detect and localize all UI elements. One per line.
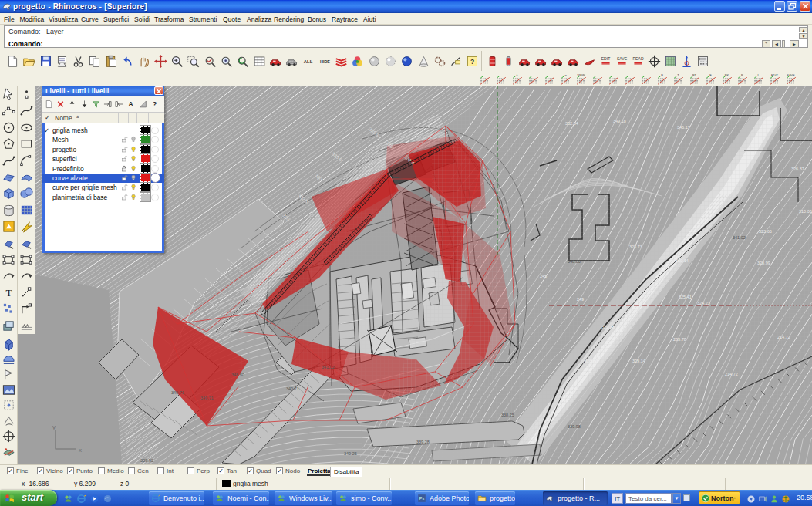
- svg-text:341.02: 341.02: [322, 365, 335, 369]
- svg-text:Ps: Ps: [419, 496, 425, 501]
- svg-text:?: ?: [470, 58, 474, 66]
- svg-text:B: B: [661, 73, 663, 77]
- svg-text:x: x: [79, 447, 82, 454]
- svg-text:349.71: 349.71: [171, 390, 184, 395]
- svg-text:339.98: 339.98: [568, 424, 581, 429]
- svg-text:BT: BT: [692, 73, 697, 77]
- svg-text:SAVE: SAVE: [617, 56, 628, 61]
- svg-text:310.06: 310.06: [799, 209, 812, 214]
- svg-text:329.14: 329.14: [632, 359, 645, 363]
- svg-text:340.71: 340.71: [286, 386, 299, 391]
- svg-text:^: ^: [516, 73, 517, 77]
- svg-text:ALL: ALL: [304, 59, 313, 64]
- svg-text:214.72: 214.72: [725, 372, 738, 376]
- svg-text:249: 249: [577, 297, 584, 302]
- svg-text:338.25: 338.25: [501, 413, 514, 417]
- svg-text:329.14: 329.14: [676, 258, 689, 263]
- svg-text:340.25: 340.25: [344, 451, 357, 456]
- svg-text:348.80: 348.80: [568, 259, 581, 264]
- svg-text:EDIT: EDIT: [601, 56, 611, 61]
- svg-text:339.93: 339.93: [140, 458, 153, 463]
- svg-text:o: o: [564, 73, 567, 77]
- svg-text:352.04: 352.04: [565, 121, 578, 126]
- svg-text:245: 245: [540, 274, 547, 278]
- svg-text:325.41: 325.41: [679, 295, 692, 299]
- svg-text:?: ?: [153, 100, 157, 108]
- svg-text:328.73: 328.73: [629, 245, 642, 249]
- svg-text:A: A: [129, 100, 133, 108]
- svg-text:341.02: 341.02: [733, 235, 746, 240]
- svg-text:328.20: 328.20: [585, 359, 598, 363]
- svg-text:328.99: 328.99: [757, 261, 770, 265]
- svg-text:324.23: 324.23: [697, 301, 710, 305]
- svg-text:349.71: 349.71: [200, 396, 214, 400]
- svg-text:214.72: 214.72: [777, 335, 790, 339]
- svg-text:R: R: [741, 73, 743, 77]
- svg-text:346.17: 346.17: [677, 125, 690, 130]
- svg-text:READ: READ: [632, 56, 643, 61]
- svg-text:323.66: 323.66: [759, 229, 772, 234]
- svg-text:y: y: [52, 423, 56, 430]
- svg-text:L: L: [758, 73, 760, 77]
- svg-text:283.78: 283.78: [673, 337, 686, 342]
- svg-text:329.38: 329.38: [601, 325, 615, 329]
- svg-text:T: T: [5, 287, 12, 299]
- svg-text:F: F: [709, 73, 712, 77]
- svg-text:348.80: 348.80: [231, 373, 244, 377]
- svg-text:349.18: 349.18: [613, 119, 626, 123]
- svg-text:BK: BK: [724, 73, 729, 77]
- svg-text:326.37: 326.37: [791, 167, 804, 171]
- svg-text:T: T: [677, 73, 679, 77]
- svg-text:339.28: 339.28: [416, 440, 430, 444]
- svg-text:HIDE: HIDE: [320, 59, 330, 64]
